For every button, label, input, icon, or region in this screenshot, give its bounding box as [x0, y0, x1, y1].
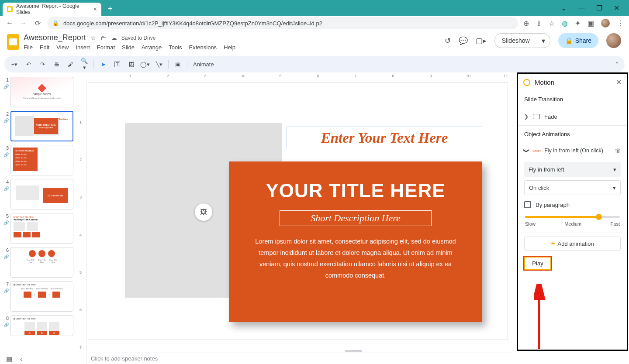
new-tab-button[interactable]: + — [104, 3, 116, 15]
minimize-icon[interactable]: ― — [578, 4, 585, 12]
save-status: Saved to Drive — [121, 35, 156, 41]
thumbnail-5[interactable]: Enter Your Title HereAdd Page Title Cont… — [10, 213, 73, 244]
share-button[interactable]: 🔒 Share — [558, 33, 598, 48]
browser-tab[interactable]: Awesome_Report - Google Slides × — [3, 3, 101, 16]
zoom-tool-icon[interactable]: 🔍▾ — [79, 58, 89, 71]
thumbnail-8[interactable]: ▮ Enter Your Title Here — [10, 315, 73, 336]
comments-icon[interactable]: 💬 — [459, 36, 468, 45]
play-button[interactable]: Play — [524, 257, 551, 270]
speaker-notes[interactable]: Click to add speaker notes — [86, 353, 515, 364]
chevron-down-icon[interactable]: ⌄ — [561, 4, 567, 12]
window-close-icon[interactable]: ✕ — [614, 4, 619, 12]
card-body[interactable]: Lorem ipsum dolor sit amet, consectetur … — [253, 236, 458, 281]
menu-arrange[interactable]: Arrange — [142, 44, 162, 51]
tab-favicon — [7, 6, 13, 12]
slide-canvas[interactable]: 🖼 Enter Your Text Here YOUR TITLE HERE S… — [88, 83, 508, 340]
new-slide-icon[interactable]: +▾ — [10, 61, 19, 68]
slider-knob[interactable] — [596, 214, 602, 220]
browser-menu-icon[interactable]: ⋮ — [617, 19, 624, 27]
slideshow-dropdown[interactable]: ▾ — [537, 33, 550, 48]
select-tool-icon[interactable]: ➤ — [98, 61, 108, 68]
profile-avatar-icon[interactable] — [601, 19, 610, 27]
shape-icon[interactable]: ◯▾ — [140, 61, 150, 68]
card-title[interactable]: YOUR TITLE HERE — [266, 180, 445, 202]
thumbnail-6[interactable]: Enter Title HereEnter Title HereEnter Ti… — [10, 247, 73, 278]
slide-icon — [533, 114, 540, 119]
maximize-icon[interactable]: ❐ — [596, 4, 602, 12]
menu-extensions[interactable]: Extensions — [189, 44, 217, 51]
slide-thumbnails: 1🔗 simple slidesThe largest library of i… — [0, 72, 78, 364]
extension1-icon[interactable]: ◍ — [562, 19, 568, 27]
menu-view[interactable]: View — [56, 44, 69, 51]
close-panel-icon[interactable]: ✕ — [616, 78, 622, 86]
present-cam-icon[interactable]: ▢▸ — [476, 36, 487, 45]
by-paragraph-checkbox[interactable]: By paragraph — [518, 195, 627, 211]
slideshow-button[interactable]: Slideshow — [494, 33, 537, 48]
account-avatar[interactable] — [606, 33, 621, 48]
transition-icon[interactable]: ▣ — [173, 61, 183, 68]
anim-tag: Enter — [532, 149, 541, 153]
thumbnail-7[interactable]: ▮ Enter Your Title Here Enter Title Here… — [10, 281, 73, 312]
animation-trigger-select[interactable]: On click▾ — [524, 180, 621, 195]
text-enter-your-text[interactable]: Enter Your Text Here — [287, 127, 482, 149]
dropdown-icon: ▾ — [613, 185, 616, 191]
transition-row[interactable]: ❯ Fade — [518, 108, 627, 125]
share-url-icon[interactable]: ⇪ — [536, 19, 542, 27]
menu-file[interactable]: File — [24, 44, 33, 51]
address-bar[interactable]: 🔒 docs.google.com/presentation/d/1c2P_lj… — [47, 17, 518, 29]
thumbnail-1[interactable]: simple slidesThe largest library of info… — [10, 77, 73, 107]
print-icon[interactable]: 🖶 — [52, 61, 61, 68]
thumbnail-2[interactable]: Enter Your Text Here YOUR TITLE HEREShor… — [10, 111, 73, 141]
redo-icon[interactable]: ↷ — [38, 61, 47, 68]
animate-button[interactable]: Animate — [193, 61, 214, 68]
line-icon[interactable]: ╲▾ — [154, 61, 164, 68]
lock-icon: 🔒 — [52, 20, 59, 26]
motion-title: Motion — [535, 79, 554, 86]
document-title[interactable]: Awesome_Report — [24, 33, 86, 42]
card-subtitle[interactable]: Short Description Here — [311, 213, 401, 224]
bookmark-icon[interactable]: ☆ — [549, 19, 555, 27]
chevron-down-icon: ❯ — [523, 148, 530, 153]
dropdown-icon: ▾ — [613, 166, 616, 173]
notes-resize-handle[interactable] — [345, 350, 362, 352]
cloud-icon[interactable]: ☁ — [111, 34, 117, 41]
slides-logo-icon — [7, 34, 19, 50]
zoom-icon[interactable]: ⊕ — [523, 19, 529, 27]
textbox-icon[interactable]: 🅃 — [112, 61, 122, 68]
history-icon[interactable]: ↺ — [445, 36, 451, 45]
star-icon[interactable]: ☆ — [90, 34, 96, 41]
nav-reload-icon[interactable]: ⟳ — [33, 19, 42, 27]
delete-animation-icon[interactable]: 🗑 — [615, 147, 621, 154]
add-animation-button[interactable]: + Add animation — [524, 237, 621, 251]
sidepanel-icon[interactable]: ▣ — [588, 19, 594, 27]
paint-format-icon[interactable]: 🖌 — [66, 61, 75, 68]
anim-desc: Fly in from left (On click) — [544, 148, 603, 154]
move-icon[interactable]: 🗀 — [100, 34, 107, 41]
menu-tools[interactable]: Tools — [169, 44, 182, 51]
toolbar-collapse-icon[interactable]: ⌃ — [615, 61, 619, 68]
title-card[interactable]: YOUR TITLE HERE Short Description Here L… — [229, 161, 482, 322]
collapse-filmstrip-icon[interactable]: ‹ — [20, 355, 22, 363]
nav-back-icon[interactable]: ← — [5, 19, 14, 27]
menu-help[interactable]: Help — [224, 44, 235, 51]
menu-format[interactable]: Format — [97, 44, 115, 51]
grid-view-icon[interactable]: ▦ — [6, 355, 12, 363]
undo-icon[interactable]: ↶ — [24, 61, 33, 68]
animation-type-select[interactable]: Fly in from left▾ — [524, 162, 621, 177]
speed-slow: Slow — [525, 221, 536, 227]
animation-item[interactable]: ❯ Enter Fly in from left (On click) 🗑 — [518, 143, 627, 158]
tab-close-icon[interactable]: × — [93, 6, 97, 13]
image-icon[interactable]: 🖼 — [126, 61, 136, 68]
menu-edit[interactable]: Edit — [40, 44, 49, 51]
thumbnail-3[interactable]: REPORT AGENDA▸ Enter the title▸ Enter th… — [10, 145, 73, 175]
extensions-icon[interactable]: ✦ — [575, 19, 581, 27]
menu-slide[interactable]: Slide — [122, 44, 135, 51]
transition-type: Fade — [544, 113, 557, 120]
speed-fast: Fast — [611, 221, 620, 227]
url-text: docs.google.com/presentation/d/1c2P_ljft… — [63, 20, 322, 27]
speed-slider[interactable] — [525, 216, 620, 218]
chevron-right-icon: ❯ — [524, 113, 529, 120]
thumbnail-4[interactable]: 01 Enter the title — [10, 179, 73, 209]
menu-insert[interactable]: Insert — [76, 44, 90, 51]
insert-image-icon[interactable]: 🖼 — [195, 203, 212, 221]
